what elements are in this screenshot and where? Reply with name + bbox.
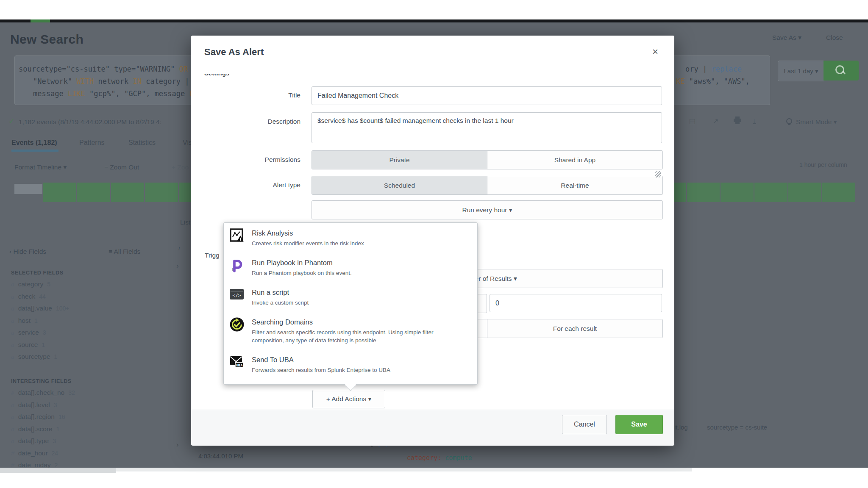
alert-description-input[interactable]: $service$ has $count$ failed management … (312, 112, 662, 143)
action-menu-item[interactable]: Searching Domains Filter and search spec… (224, 313, 477, 349)
resize-grip-icon[interactable] (655, 171, 661, 177)
field-row[interactable]: adata[].type3 (11, 437, 181, 449)
trigger-foreach-option[interactable]: For each result (487, 319, 662, 338)
field-type-prefix: a (11, 305, 14, 312)
field-name[interactable]: data[].score (18, 425, 53, 433)
field-name[interactable]: data[].region (18, 413, 55, 420)
field-divider (694, 423, 694, 432)
field-name[interactable]: date_hour (18, 449, 48, 457)
timeline-bar[interactable] (687, 183, 720, 202)
field-row[interactable]: ahost1 (11, 317, 181, 329)
tab-events[interactable]: Events (1,182) (11, 139, 57, 147)
dialog-footer: Cancel Save (191, 410, 674, 446)
cancel-button[interactable]: Cancel (562, 415, 607, 434)
appbar-active-indicator (31, 19, 50, 22)
share-icon[interactable]: ↗ (713, 117, 718, 125)
field-name[interactable]: host (18, 317, 31, 324)
field-row[interactable]: acheck44 (11, 293, 181, 305)
field-row[interactable]: adata[].level3 (11, 401, 181, 413)
field-name[interactable]: data[].type (18, 437, 49, 444)
timeline-bar[interactable] (721, 183, 754, 202)
all-fields-link[interactable]: ≡ All Fields (108, 248, 140, 255)
field-row[interactable]: asource1 (11, 341, 181, 353)
job-menu-icon[interactable]: ▤ (689, 117, 696, 125)
action-title: Send To UBA (252, 355, 470, 364)
splunk-top-appbar (0, 19, 868, 22)
tab-visualization[interactable]: Vis (183, 139, 192, 147)
add-actions-button[interactable]: + Add Actions ▾ (312, 390, 385, 408)
timeline-bar[interactable] (43, 183, 76, 202)
action-desc-line: composition, any type of data fetching i… (252, 336, 470, 344)
alert-type-scheduled-option[interactable]: Scheduled (312, 176, 487, 194)
search-button[interactable] (823, 61, 859, 80)
field-name[interactable]: sourcetype (18, 353, 50, 360)
save-as-menu[interactable]: Save As ▾ (772, 34, 801, 42)
field-name[interactable]: data[].level (18, 401, 50, 408)
event-json-field[interactable]: category: compute (407, 454, 472, 462)
format-timeline-menu[interactable]: Format Timeline ▾ (14, 164, 67, 171)
selected-fields-header: SELECTED FIELDS (11, 270, 64, 276)
title-label: Title (191, 92, 300, 99)
close-search-link[interactable]: Close (826, 34, 843, 42)
event-source-fragment[interactable]: it.log (674, 424, 688, 431)
timeline-bar[interactable] (111, 183, 144, 202)
action-menu-item[interactable]: </> Run a script Invoke a custom script (224, 283, 477, 312)
field-type-prefix: a (11, 425, 14, 433)
query-line-1: sourcetype="cs-suite" type="WARNING" OR … (19, 64, 201, 74)
field-type-prefix: # (11, 449, 14, 457)
smart-mode-selector[interactable]: Smart Mode ▾ (796, 118, 837, 126)
field-row[interactable]: adata[].score1 (11, 425, 181, 438)
field-row[interactable]: adata[].value100+ (11, 305, 181, 317)
field-count: 32 (68, 389, 75, 396)
list-format-selector[interactable]: List (180, 219, 190, 226)
export-icon[interactable]: ↓ (753, 117, 756, 124)
close-icon[interactable]: × (652, 46, 658, 58)
field-count: 100+ (56, 305, 70, 312)
action-description: Invoke a custom script (252, 299, 470, 307)
save-button[interactable]: Save (615, 415, 663, 434)
hide-fields-link[interactable]: ‹ Hide Fields (9, 248, 46, 255)
query-line-2-tail: KE "aws%", "AWS", (676, 77, 750, 86)
field-name[interactable]: data[].check_no (18, 389, 64, 396)
time-range-picker[interactable]: Last 1 day ▾ (778, 61, 824, 81)
field-name[interactable]: source (18, 341, 38, 348)
threshold-input[interactable] (490, 294, 662, 312)
permissions-shared-option[interactable]: Shared in App (487, 151, 662, 169)
field-row[interactable]: asourcetype1 (11, 353, 181, 365)
tab-statistics[interactable]: Statistics (128, 139, 156, 147)
print-icon[interactable] (734, 119, 741, 122)
field-name[interactable]: check (18, 293, 36, 300)
field-name[interactable]: category (18, 280, 43, 288)
field-count: 44 (39, 293, 46, 300)
alert-type-segmented-control: Scheduled Real-time (312, 176, 663, 195)
timeline-scale-label: 1 hour per column (799, 161, 847, 168)
timeline-bar[interactable] (145, 183, 178, 202)
alert-type-realtime-option[interactable]: Real-time (487, 176, 662, 194)
timeline-bar[interactable] (754, 183, 787, 202)
timeline-bar[interactable] (788, 183, 821, 202)
timeline-bar[interactable] (822, 183, 855, 202)
field-name[interactable]: data[].value (18, 305, 52, 312)
field-row[interactable]: adata[].region16 (11, 413, 181, 425)
zoom-out-control[interactable]: − Zoom Out (104, 164, 139, 171)
alert-title-input[interactable] (312, 86, 662, 105)
action-menu-item[interactable]: Run Playbook in Phantom Run a Phantom pl… (224, 253, 477, 282)
field-type-prefix: a (11, 413, 14, 420)
field-row[interactable]: #data[].check_no32 (11, 389, 181, 401)
tab-patterns[interactable]: Patterns (79, 139, 105, 147)
field-count: 1 (54, 353, 58, 360)
event-sourcetype[interactable]: sourcetype = cs-suite (707, 424, 767, 431)
action-menu-item[interactable]: Risk Analysis Creates risk modifier even… (224, 224, 477, 252)
timeline-bar[interactable] (77, 183, 110, 202)
field-row[interactable]: aservice3 (11, 329, 181, 341)
schedule-dropdown[interactable]: Run every hour ▾ (312, 200, 663, 219)
field-type-prefix: a (11, 293, 14, 300)
field-row[interactable]: #date_hour24 (11, 449, 181, 462)
permissions-private-option[interactable]: Private (312, 151, 487, 169)
field-row[interactable]: acategory5 (11, 280, 181, 293)
field-name[interactable]: service (18, 329, 39, 336)
description-label: Description (191, 118, 300, 125)
event-expand-chevron[interactable]: › (176, 262, 179, 270)
action-menu-item[interactable]: UBA Send To UBA Forwards search results … (224, 350, 477, 379)
action-desc-line: Forwards search results from Splunk Ente… (252, 366, 470, 374)
